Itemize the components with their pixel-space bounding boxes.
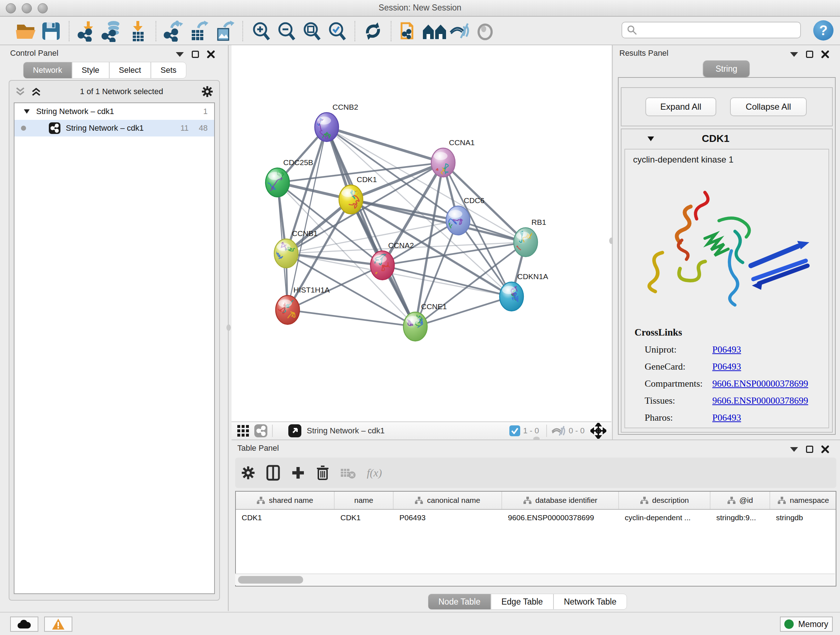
- collapse-all-icon[interactable]: [15, 87, 26, 96]
- column-header-shared-name[interactable]: shared name: [236, 492, 335, 509]
- network-edge[interactable]: [327, 127, 443, 163]
- network-node-ccnb2[interactable]: CCNB2: [315, 103, 358, 145]
- crosslink-value-link[interactable]: P06493: [712, 412, 741, 423]
- network-list-icon[interactable]: [254, 424, 268, 438]
- first-neighbors-button[interactable]: [422, 19, 447, 43]
- crosslink-value-link[interactable]: 9606.ENSP00000378699: [712, 378, 808, 389]
- export-image-button[interactable]: [212, 19, 237, 43]
- show-all-button[interactable]: [472, 19, 498, 43]
- float-panel-icon[interactable]: [806, 446, 813, 453]
- column-header-name[interactable]: name: [335, 492, 393, 509]
- network-edge[interactable]: [286, 253, 382, 265]
- table-cell[interactable]: cyclin-dependent ...: [619, 510, 711, 528]
- crosslinks-heading: CrossLinks: [635, 327, 808, 338]
- zoom-selected-button[interactable]: [324, 19, 349, 43]
- crosslink-value-link[interactable]: 9606.ENSP00000378699: [712, 395, 808, 406]
- network-node-ccne1[interactable]: CCNE1: [403, 302, 447, 341]
- table-row[interactable]: CDK1CDK1P064939606.ENSP00000378699cyclin…: [236, 510, 836, 528]
- tab-network[interactable]: Network: [23, 62, 72, 79]
- save-session-button[interactable]: [38, 19, 64, 43]
- import-table-file-button[interactable]: [125, 19, 150, 43]
- network-edge[interactable]: [415, 296, 512, 326]
- help-button[interactable]: ?: [813, 20, 834, 41]
- network-options-gear-icon[interactable]: [201, 86, 213, 98]
- gene-detail-box: cyclin-dependent kinase 1: [624, 149, 829, 428]
- table-cell[interactable]: 9606.ENSP00000378699: [502, 510, 619, 528]
- tab-network-table[interactable]: Network Table: [554, 594, 627, 610]
- column-header-database-identifier[interactable]: database identifier: [502, 492, 619, 509]
- delete-column-trash-icon[interactable]: [316, 465, 329, 481]
- zoom-out-button[interactable]: [273, 19, 299, 43]
- automation-cloud-button[interactable]: [10, 616, 38, 632]
- table-options-gear-icon[interactable]: [241, 466, 256, 480]
- table-cell[interactable]: stringdb: [770, 510, 836, 528]
- network-edge[interactable]: [287, 310, 415, 326]
- network-node-cdkn1a[interactable]: CDKN1A: [500, 272, 548, 311]
- table-cell[interactable]: P06493: [393, 510, 502, 528]
- collapse-all-button[interactable]: Collapse All: [730, 97, 807, 116]
- import-table-icon: [133, 21, 144, 41]
- import-network-database-button[interactable]: [100, 19, 125, 43]
- float-panel-icon[interactable]: [192, 51, 199, 58]
- table-cell[interactable]: stringdb:9...: [711, 510, 770, 528]
- collection-expander-icon[interactable]: [23, 109, 30, 114]
- tab-sets[interactable]: Sets: [151, 62, 186, 79]
- search-input[interactable]: [622, 22, 801, 38]
- expand-all-icon[interactable]: [31, 87, 42, 96]
- panel-menu-icon[interactable]: [790, 447, 798, 452]
- close-panel-icon[interactable]: [821, 445, 829, 453]
- network-edge[interactable]: [327, 127, 415, 326]
- table-horizontal-scrollbar[interactable]: [235, 573, 835, 585]
- crosslink-value-link[interactable]: P06493: [712, 344, 741, 355]
- column-header-description[interactable]: description: [619, 492, 711, 509]
- network-canvas[interactable]: CCNB2CCNA1CDC25BCDK1CDC6RB1CCNB1CCNA2CDK…: [232, 45, 611, 421]
- new-network-from-selection-button[interactable]: [396, 19, 422, 43]
- crosslink-value-link[interactable]: P06493: [712, 361, 741, 372]
- grid-view-icon[interactable]: [237, 424, 249, 437]
- tab-string[interactable]: String: [703, 60, 750, 77]
- export-network-button[interactable]: [161, 19, 187, 43]
- selected-count-checkbox[interactable]: [509, 425, 520, 436]
- column-header--id[interactable]: @id: [711, 492, 770, 509]
- scrollbar-thumb[interactable]: [238, 576, 303, 584]
- network-row[interactable]: String Network – cdk1 11 48: [14, 120, 214, 136]
- crosslink-label: Uniprot:: [635, 344, 712, 355]
- tab-node-table[interactable]: Node Table: [428, 594, 491, 610]
- float-panel-icon[interactable]: [806, 51, 813, 58]
- add-column-icon[interactable]: [291, 466, 305, 480]
- warnings-button[interactable]: [44, 616, 73, 632]
- panel-menu-icon[interactable]: [176, 52, 184, 57]
- network-edge[interactable]: [287, 127, 327, 310]
- import-network-file-button[interactable]: [74, 19, 100, 43]
- gene-section-header[interactable]: CDK1: [622, 129, 832, 148]
- tab-select[interactable]: Select: [109, 62, 151, 79]
- hide-selected-button[interactable]: [447, 19, 472, 43]
- column-header-canonical-name[interactable]: canonical name: [393, 492, 502, 509]
- left-splitter-handle[interactable]: [226, 325, 231, 331]
- fit-content-crosshair-icon[interactable]: [591, 423, 606, 439]
- network-node-hist1h1a[interactable]: HIST1H1A: [275, 286, 330, 325]
- tab-edge-table[interactable]: Edge Table: [491, 594, 554, 610]
- section-expander-icon[interactable]: [647, 135, 655, 142]
- zoom-in-button[interactable]: [248, 19, 273, 43]
- table-cell[interactable]: CDK1: [236, 510, 335, 528]
- column-header-namespace[interactable]: namespace: [770, 492, 836, 509]
- tab-style[interactable]: Style: [72, 62, 109, 79]
- zoom-fit-button[interactable]: [299, 19, 324, 43]
- network-node-cdc25b[interactable]: CDC25B: [256, 158, 313, 197]
- expand-all-button[interactable]: Expand All: [645, 97, 716, 116]
- panel-menu-icon[interactable]: [790, 52, 798, 57]
- memory-button[interactable]: Memory: [780, 616, 833, 632]
- network-node-ccna1[interactable]: CCNA1: [431, 138, 475, 181]
- apply-layout-button[interactable]: [360, 19, 386, 43]
- birdseye-view-icon[interactable]: [288, 424, 302, 438]
- export-table-button[interactable]: [187, 19, 212, 43]
- table-cell[interactable]: CDK1: [335, 510, 393, 528]
- close-panel-icon[interactable]: [821, 50, 829, 58]
- open-session-button[interactable]: [13, 19, 38, 43]
- node-table[interactable]: shared namenamecanonical namedatabase id…: [235, 491, 836, 586]
- network-edge[interactable]: [327, 127, 526, 242]
- close-panel-icon[interactable]: [207, 50, 215, 58]
- select-columns-icon[interactable]: [266, 465, 280, 481]
- network-collection-row[interactable]: String Network – cdk1 1: [14, 103, 214, 120]
